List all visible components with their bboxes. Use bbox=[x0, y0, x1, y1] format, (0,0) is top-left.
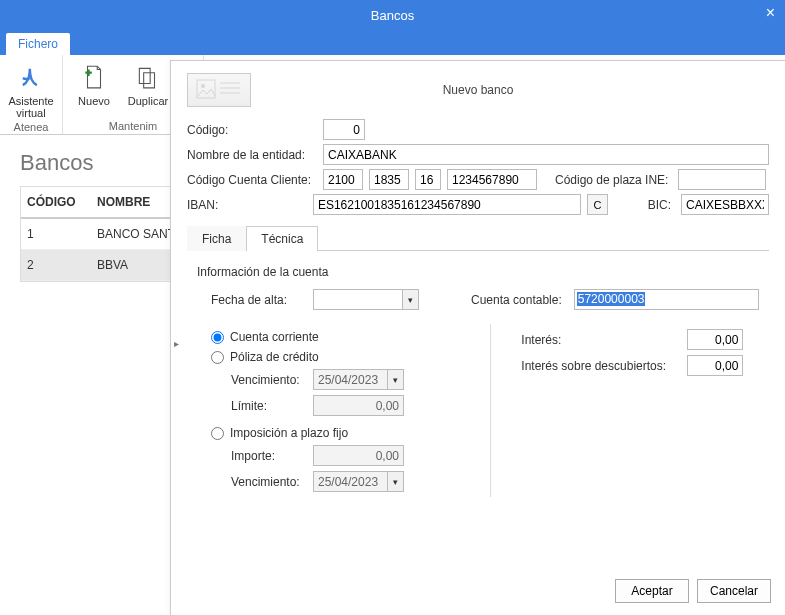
radio-plazo-fijo[interactable] bbox=[211, 427, 224, 440]
tab-ficha[interactable]: Ficha bbox=[187, 226, 246, 251]
iban-input[interactable] bbox=[313, 194, 581, 215]
label-cuenta-corriente: Cuenta corriente bbox=[230, 330, 319, 344]
file-tabstrip: Fichero bbox=[0, 30, 785, 55]
ccc-cuenta-input[interactable] bbox=[447, 169, 537, 190]
cuenta-contable-value: 5720000003 bbox=[577, 292, 646, 306]
ribbon-asistente-virtual[interactable]: Asistentevirtual bbox=[4, 59, 58, 119]
label-fecha-alta: Fecha de alta: bbox=[211, 293, 307, 307]
file-tab[interactable]: Fichero bbox=[6, 33, 70, 55]
alpha-icon bbox=[15, 61, 47, 93]
chevron-down-icon[interactable]: ▾ bbox=[388, 369, 404, 390]
ribbon-label: virtual bbox=[16, 107, 45, 119]
label-interes: Interés: bbox=[521, 333, 681, 347]
tab-panel-tecnica: Información de la cuenta Fecha de alta: … bbox=[187, 251, 769, 511]
label-iban: IBAN: bbox=[187, 198, 307, 212]
radio-poliza-credito[interactable] bbox=[211, 351, 224, 364]
codigo-plaza-input[interactable] bbox=[678, 169, 766, 190]
poliza-limite-input[interactable] bbox=[313, 395, 404, 416]
codigo-input[interactable] bbox=[323, 119, 365, 140]
cancel-button[interactable]: Cancelar bbox=[697, 579, 771, 603]
dialog-title: Nuevo banco bbox=[265, 83, 691, 97]
plazo-vencimiento-input[interactable] bbox=[313, 471, 388, 492]
label-plazo-fijo: Imposición a plazo fijo bbox=[230, 426, 348, 440]
label-cuenta-contable: Cuenta contable: bbox=[471, 293, 562, 307]
accept-button[interactable]: Aceptar bbox=[615, 579, 689, 603]
ribbon-label: Duplicar bbox=[128, 95, 168, 107]
ribbon-label: Nuevo bbox=[78, 95, 110, 107]
ccc-oficina-input[interactable] bbox=[369, 169, 409, 190]
dialog-image-placeholder[interactable] bbox=[187, 73, 251, 107]
poliza-vencimiento-combo[interactable]: ▾ bbox=[313, 369, 404, 390]
new-doc-icon bbox=[78, 61, 110, 93]
label-bic: BIC: bbox=[648, 198, 671, 212]
col-codigo[interactable]: CÓDIGO bbox=[21, 187, 91, 217]
dialog-expand-handle[interactable]: ▸ bbox=[171, 331, 181, 355]
nombre-entidad-input[interactable] bbox=[323, 144, 769, 165]
window-titlebar: Bancos × bbox=[0, 0, 785, 30]
ribbon-nuevo[interactable]: Nuevo bbox=[67, 59, 121, 107]
label-poliza-credito: Póliza de crédito bbox=[230, 350, 319, 364]
plazo-importe-input[interactable] bbox=[313, 445, 404, 466]
section-title: Información de la cuenta bbox=[197, 265, 759, 279]
label-codigo-plaza: Código de plaza INE: bbox=[555, 173, 668, 187]
ccc-dc-input[interactable] bbox=[415, 169, 441, 190]
label-poliza-vencimiento: Vencimiento: bbox=[197, 373, 307, 387]
label-plazo-vencimiento: Vencimiento: bbox=[197, 475, 307, 489]
nuevo-banco-dialog: ▸ Nuevo banco Código: Nombre de la entid… bbox=[170, 60, 785, 615]
cell-codigo: 2 bbox=[21, 250, 91, 280]
ccc-banco-input[interactable] bbox=[323, 169, 363, 190]
interes-descubiertos-input[interactable] bbox=[687, 355, 743, 376]
iban-calc-button[interactable]: C bbox=[587, 194, 607, 215]
ribbon-group-atenea: Asistentevirtual Atenea bbox=[0, 55, 63, 134]
tab-tecnica[interactable]: Técnica bbox=[246, 226, 318, 251]
bic-input[interactable] bbox=[681, 194, 769, 215]
fecha-alta-combo[interactable]: ▾ bbox=[313, 289, 419, 310]
svg-rect-0 bbox=[197, 80, 215, 98]
ribbon-label: Asistente bbox=[8, 95, 53, 107]
ribbon-group-label: Mantenim bbox=[109, 118, 157, 134]
label-ccc: Código Cuenta Cliente: bbox=[187, 173, 317, 187]
svg-point-1 bbox=[201, 84, 205, 88]
cell-codigo: 1 bbox=[21, 219, 91, 249]
poliza-vencimiento-input[interactable] bbox=[313, 369, 388, 390]
label-poliza-limite: Límite: bbox=[197, 399, 307, 413]
label-codigo: Código: bbox=[187, 123, 317, 137]
ribbon-duplicar[interactable]: Duplicar bbox=[121, 59, 175, 107]
label-plazo-importe: Importe: bbox=[197, 449, 307, 463]
chevron-down-icon[interactable]: ▾ bbox=[388, 471, 404, 492]
window-close-button[interactable]: × bbox=[766, 4, 775, 22]
chevron-down-icon[interactable]: ▾ bbox=[403, 289, 419, 310]
interes-input[interactable] bbox=[687, 329, 743, 350]
label-nombre-entidad: Nombre de la entidad: bbox=[187, 148, 317, 162]
window-title: Bancos bbox=[371, 8, 414, 23]
duplicate-icon bbox=[132, 61, 164, 93]
label-interes-descubiertos: Interés sobre descubiertos: bbox=[521, 359, 681, 373]
plazo-vencimiento-combo[interactable]: ▾ bbox=[313, 471, 404, 492]
ribbon-group-label: Atenea bbox=[14, 119, 49, 135]
fecha-alta-input[interactable] bbox=[313, 289, 403, 310]
radio-cuenta-corriente[interactable] bbox=[211, 331, 224, 344]
